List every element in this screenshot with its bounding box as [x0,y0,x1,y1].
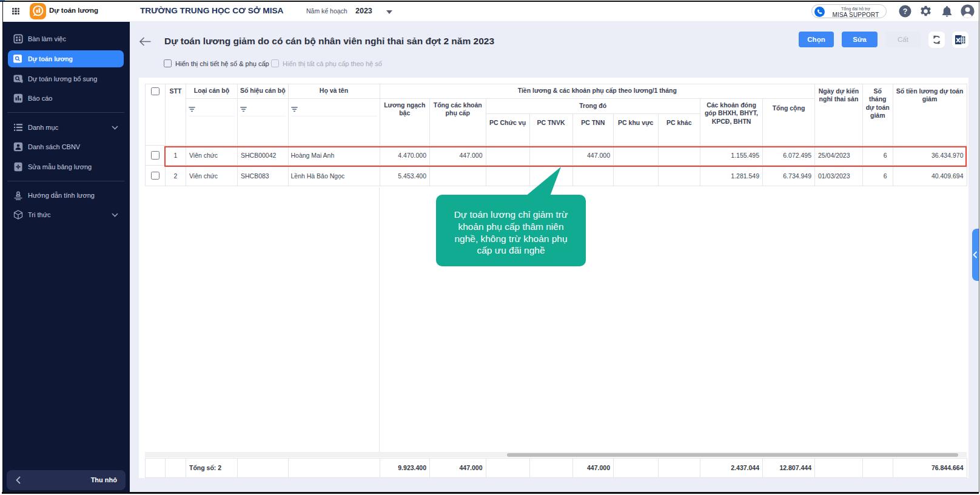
svg-text:?: ? [903,7,908,16]
